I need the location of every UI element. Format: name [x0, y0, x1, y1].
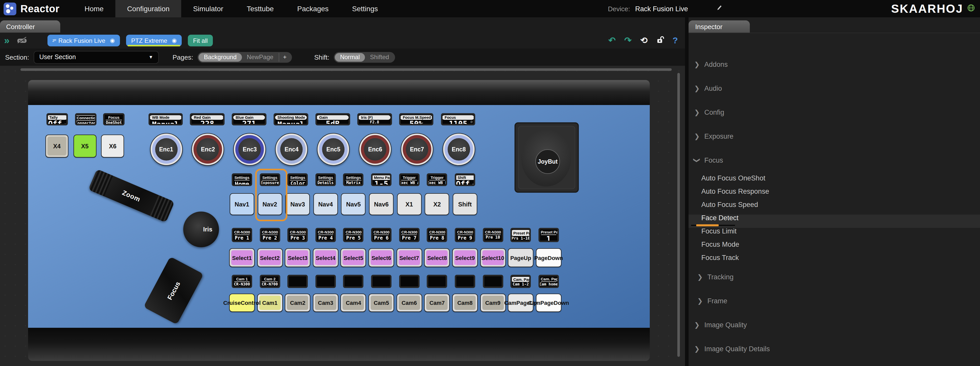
- lcd-display-settings-details[interactable]: SettingsDetails: [315, 173, 336, 186]
- panel-button-pageup[interactable]: PageUp: [508, 248, 533, 267]
- panel-button-select10[interactable]: Select10: [480, 248, 506, 267]
- chevron-right-icon[interactable]: ❯: [697, 273, 703, 280]
- nav-item-testtube[interactable]: Testtube: [235, 0, 286, 17]
- help-icon[interactable]: ?: [673, 36, 678, 45]
- panel-button-select4[interactable]: Select4: [313, 248, 339, 267]
- panel-button-nav6[interactable]: Nav6: [369, 193, 393, 215]
- chevron-right-icon[interactable]: ❯: [694, 84, 700, 92]
- history-icon[interactable]: ⟲: [640, 36, 648, 45]
- panel-button-select1[interactable]: Select1: [229, 248, 255, 267]
- panel-button-cam3[interactable]: Cam3: [313, 294, 339, 312]
- inspector-item-addons[interactable]: ❯Addons: [694, 58, 728, 71]
- lcd-display-shift-off[interactable]: ShiftOff ⇣: [455, 173, 475, 186]
- lcd-display-settings-matrix[interactable]: SettingsMatrix: [343, 173, 364, 186]
- panel-button-select2[interactable]: Select2: [257, 248, 283, 267]
- page-tab-newpage[interactable]: NewPage: [242, 53, 278, 62]
- panel-button-select8[interactable]: Select8: [425, 248, 450, 267]
- panel-button-cam1[interactable]: Cam1: [257, 294, 283, 312]
- inspector-item-focus-track[interactable]: Focus Track: [701, 251, 739, 264]
- lcd-display-cr-n300-pre-9[interactable]: CR-N300Pre 9: [455, 228, 475, 242]
- panel-button-rack-fusion-live[interactable]: zᶻᶻ Rack Fusion Live ◉: [47, 35, 120, 46]
- lcd-display-gain-5db[interactable]: Gain5dB: [315, 113, 350, 125]
- lcd-display-cr-n300-pre-8[interactable]: CR-N300Pre 8: [427, 228, 447, 242]
- panel-button-ptz-extreme[interactable]: PTZ Extreme ◉: [126, 35, 182, 46]
- panel-button-x5[interactable]: X5: [73, 135, 96, 157]
- collapse-sidebar-icon[interactable]: »: [4, 36, 10, 45]
- chevron-right-icon[interactable]: ❯: [694, 321, 700, 328]
- panel-button-nav3[interactable]: Nav3: [285, 193, 310, 215]
- panel-button-cam7[interactable]: Cam7: [425, 294, 450, 312]
- section-dropdown[interactable]: User Section ▼: [34, 51, 159, 63]
- iris-knob[interactable]: Iris: [183, 212, 219, 247]
- inspector-item-config[interactable]: ❯Config: [694, 106, 724, 119]
- lcd-display-settings-color[interactable]: SettingsColor: [287, 173, 308, 186]
- panel-button-campagedown[interactable]: CamPageDown: [536, 294, 562, 312]
- lcd-display-tally-off[interactable]: TallyOff ⇣: [46, 113, 68, 125]
- inspector-item-auto-focus-oneshot[interactable]: Auto Focus OneShot: [701, 171, 765, 185]
- undo-icon[interactable]: ↶: [608, 36, 616, 45]
- panel-button-pagedown[interactable]: PageDown: [536, 248, 562, 267]
- fit-all-button[interactable]: Fit all: [188, 35, 213, 46]
- joystick-button[interactable]: JoyBut: [535, 149, 560, 174]
- lcd-display-shooting-mode-manual[interactable]: Shooting ModeManual: [274, 113, 308, 125]
- lcd-display-blank[interactable]: [399, 275, 419, 288]
- tab-controller[interactable]: Controller: [0, 21, 60, 33]
- encoder-enc6[interactable]: Enc6: [359, 133, 391, 166]
- grid-view-icon[interactable]: [34, 37, 41, 44]
- lcd-display-menu-page-1-5[interactable]: Menu Page1-5: [371, 173, 391, 186]
- encoder-enc3[interactable]: Enc3: [234, 133, 266, 166]
- encoder-enc8[interactable]: Enc8: [442, 133, 475, 166]
- panel-button-select9[interactable]: Select9: [452, 248, 478, 267]
- lcd-display-cam-1-cr-n300[interactable]: Cam 1CR-N300: [232, 275, 252, 288]
- chevron-right-icon[interactable]: ❯: [694, 60, 700, 68]
- inspector-item-auto-focus-speed[interactable]: Auto Focus Speed: [701, 198, 758, 211]
- lcd-display-focus-m-speed-50-[interactable]: Focus M.Speed50%: [399, 113, 434, 125]
- lcd-display-focus-oneshot[interactable]: FocusOneShot: [103, 113, 124, 125]
- panel-button-cam4[interactable]: Cam4: [341, 294, 366, 312]
- encoder-enc4[interactable]: Enc4: [275, 133, 308, 166]
- lcd-display-blank[interactable]: [287, 275, 308, 288]
- lcd-display-cr-n300-pre-5[interactable]: CR-N300Pre 5: [343, 228, 364, 242]
- panel-button-x6[interactable]: X6: [101, 135, 124, 157]
- encoder-enc1[interactable]: Enc1: [150, 133, 183, 166]
- panel-button-shift[interactable]: Shift: [453, 193, 477, 215]
- chevron-right-icon[interactable]: ❯: [697, 297, 703, 304]
- nav-item-settings[interactable]: Settings: [340, 0, 390, 17]
- inspector-item-image-quality-details[interactable]: ❯Image Quality Details: [694, 342, 770, 355]
- lcd-display-trigger-exec-wb-b[interactable]: TriggerExec WB B: [427, 173, 447, 186]
- lcd-display-iris-f-f2-8[interactable]: Iris (F)F2.8Raw 250: [357, 113, 392, 125]
- lcd-display-trigger-exec-wb-a[interactable]: TriggerExec WB A: [399, 173, 419, 186]
- lcd-display-blank[interactable]: [343, 275, 364, 288]
- panel-button-cam8[interactable]: Cam8: [452, 294, 478, 312]
- panel-button-x4[interactable]: X4: [45, 135, 68, 157]
- inspector-item-auto-focus-response[interactable]: Auto Focus Response: [701, 185, 769, 198]
- nav-item-configuration[interactable]: Configuration: [115, 0, 181, 17]
- nav-item-home[interactable]: Home: [73, 0, 115, 17]
- chevron-right-icon[interactable]: ❯: [694, 345, 700, 352]
- lcd-display-cam-page-cam-1-2[interactable]: Cam. PageCam 1-2: [511, 275, 531, 288]
- encoder-enc5[interactable]: Enc5: [317, 133, 350, 166]
- lcd-display-cr-n300-pre-6[interactable]: CR-N300Pre 6: [371, 228, 391, 242]
- redo-icon[interactable]: ↷: [624, 36, 632, 45]
- globe-icon[interactable]: [967, 4, 975, 14]
- lcd-display-blank[interactable]: [455, 275, 475, 288]
- lcd-display-cr-n300-pre-7[interactable]: CR-N300Pre 7: [399, 228, 419, 242]
- inspector-item-focus-mode[interactable]: Focus Mode: [701, 238, 739, 251]
- panel-button-select3[interactable]: Select3: [285, 248, 310, 267]
- lcd-display-cam-page-cam-home[interactable]: Cam. PageCam home: [538, 275, 559, 288]
- lcd-display-focus-1105[interactable]: Focus1105⊘: [441, 113, 476, 125]
- nav-item-packages[interactable]: Packages: [286, 0, 340, 17]
- lcd-display-wb-mode-manual[interactable]: WB ModeManual: [148, 113, 183, 125]
- lcd-display-cr-n300-pre-10[interactable]: CR-N300Pre 10: [483, 228, 503, 242]
- panel-button-select7[interactable]: Select7: [396, 248, 422, 267]
- shift-tab-shifted[interactable]: Shifted: [365, 53, 394, 62]
- lcd-display-blank[interactable]: [371, 275, 391, 288]
- shift-tab-normal[interactable]: Normal: [335, 53, 365, 62]
- panel-button-nav4[interactable]: Nav4: [313, 193, 338, 215]
- lcd-display-cam-2-cr-n700[interactable]: Cam 2CR-N700: [259, 275, 280, 288]
- lcd-display-cr-n300-pre-3[interactable]: CR-N300Pre 3: [287, 228, 308, 242]
- chevron-right-icon[interactable]: ❯: [694, 132, 700, 140]
- encoder-enc7[interactable]: Enc7: [401, 133, 433, 166]
- lcd-display-blank[interactable]: [315, 275, 336, 288]
- panel-button-nav5[interactable]: Nav5: [341, 193, 366, 215]
